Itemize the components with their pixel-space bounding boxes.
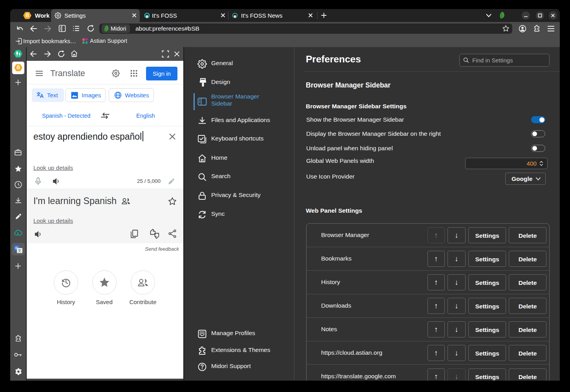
svg-text:文: 文 [18,248,22,253]
